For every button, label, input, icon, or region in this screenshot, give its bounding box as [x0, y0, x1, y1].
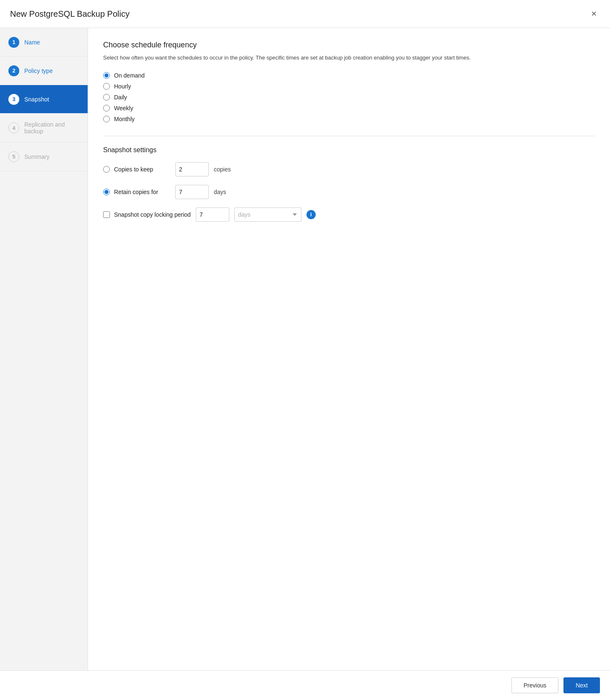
- sidebar-label-snapshot: Snapshot: [24, 96, 49, 103]
- locking-period-number-input[interactable]: [196, 207, 229, 222]
- previous-button[interactable]: Previous: [511, 677, 558, 693]
- radio-daily[interactable]: [103, 94, 110, 101]
- option-daily-label: Daily: [114, 94, 127, 101]
- dialog-body: 1 Name 2 Policy type 3 Snapshot 4 Replic…: [0, 28, 610, 670]
- step-num-5: 5: [8, 151, 19, 162]
- retain-copies-row: Retain copies for days: [103, 185, 595, 199]
- radio-monthly[interactable]: [103, 116, 110, 122]
- sidebar-item-name[interactable]: 1 Name: [0, 28, 88, 57]
- locking-period-label: Snapshot copy locking period: [114, 211, 191, 218]
- copies-to-keep-row: Copies to keep copies: [103, 162, 595, 176]
- radio-hourly[interactable]: [103, 83, 110, 90]
- locking-period-row: Snapshot copy locking period days weeks …: [103, 207, 595, 222]
- option-weekly-label: Weekly: [114, 105, 133, 111]
- retain-copies-label: Retain copies for: [114, 189, 158, 195]
- sidebar-label-summary: Summary: [24, 153, 49, 160]
- main-content: Choose schedule frequency Select how oft…: [88, 28, 610, 670]
- option-weekly[interactable]: Weekly: [103, 105, 595, 111]
- step-num-2: 2: [8, 65, 19, 76]
- snapshot-settings-title: Snapshot settings: [103, 146, 595, 154]
- dialog-title: New PostgreSQL Backup Policy: [10, 9, 130, 19]
- copies-to-keep-radio-label[interactable]: Copies to keep: [103, 166, 170, 173]
- locking-period-unit-select[interactable]: days weeks months years: [234, 207, 301, 222]
- frequency-section: Choose schedule frequency Select how oft…: [103, 41, 595, 122]
- option-hourly-label: Hourly: [114, 83, 131, 90]
- frequency-description: Select how often you want the schedules …: [103, 54, 595, 62]
- sidebar-item-summary[interactable]: 5 Summary: [0, 143, 88, 171]
- close-button[interactable]: ×: [588, 8, 600, 20]
- dialog-header: New PostgreSQL Backup Policy ×: [0, 0, 610, 28]
- sidebar-label-replication: Replication and backup: [24, 121, 79, 135]
- section-divider: [103, 136, 595, 136]
- radio-on-demand[interactable]: [103, 72, 110, 79]
- sidebar-item-replication[interactable]: 4 Replication and backup: [0, 114, 88, 143]
- step-num-3: 3: [8, 94, 19, 105]
- step-num-1: 1: [8, 37, 19, 48]
- sidebar-label-policy-type: Policy type: [24, 67, 53, 74]
- option-hourly[interactable]: Hourly: [103, 83, 595, 90]
- locking-period-checkbox-label[interactable]: Snapshot copy locking period: [103, 211, 191, 218]
- copies-to-keep-label: Copies to keep: [114, 166, 153, 173]
- sidebar-item-policy-type[interactable]: 2 Policy type: [0, 57, 88, 85]
- frequency-options: On demand Hourly Daily Weekly: [103, 72, 595, 122]
- frequency-title: Choose schedule frequency: [103, 41, 595, 49]
- dialog-footer: Previous Next: [0, 670, 610, 700]
- copies-to-keep-input[interactable]: [175, 162, 209, 176]
- retain-copies-radio-label[interactable]: Retain copies for: [103, 189, 170, 195]
- option-monthly-label: Monthly: [114, 116, 135, 122]
- option-monthly[interactable]: Monthly: [103, 116, 595, 122]
- sidebar-label-name: Name: [24, 39, 40, 46]
- snapshot-settings-section: Snapshot settings Copies to keep copies …: [103, 146, 595, 222]
- option-daily[interactable]: Daily: [103, 94, 595, 101]
- radio-weekly[interactable]: [103, 105, 110, 111]
- dialog: New PostgreSQL Backup Policy × 1 Name 2 …: [0, 0, 610, 700]
- sidebar: 1 Name 2 Policy type 3 Snapshot 4 Replic…: [0, 28, 88, 670]
- option-on-demand[interactable]: On demand: [103, 72, 595, 79]
- sidebar-item-snapshot[interactable]: 3 Snapshot: [0, 85, 88, 114]
- next-button[interactable]: Next: [563, 677, 600, 693]
- option-on-demand-label: On demand: [114, 72, 145, 79]
- radio-copies-to-keep[interactable]: [103, 166, 110, 173]
- retain-unit-label: days: [214, 189, 226, 195]
- checkbox-locking-period[interactable]: [103, 211, 110, 218]
- copies-unit-label: copies: [214, 166, 231, 173]
- info-icon[interactable]: i: [306, 210, 316, 219]
- radio-retain-copies[interactable]: [103, 189, 110, 195]
- step-num-4: 4: [8, 122, 19, 133]
- retain-copies-input[interactable]: [175, 185, 209, 199]
